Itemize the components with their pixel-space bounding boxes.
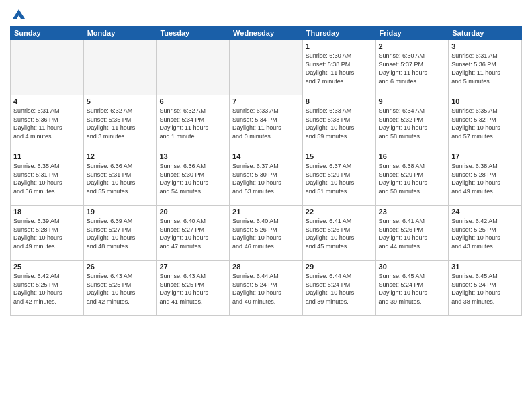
day-number: 28 bbox=[232, 263, 300, 271]
calendar-cell: 8Sunrise: 6:33 AM Sunset: 5:33 PM Daylig… bbox=[302, 95, 375, 150]
day-number: 7 bbox=[232, 97, 300, 105]
day-number: 17 bbox=[451, 152, 519, 161]
day-info: Sunrise: 6:38 AM Sunset: 5:29 PM Dayligh… bbox=[379, 162, 446, 195]
calendar-cell: 30Sunrise: 6:45 AM Sunset: 5:24 PM Dayli… bbox=[375, 261, 449, 316]
day-info: Sunrise: 6:45 AM Sunset: 5:24 PM Dayligh… bbox=[379, 272, 446, 306]
day-info: Sunrise: 6:33 AM Sunset: 5:34 PM Dayligh… bbox=[232, 107, 300, 140]
calendar-cell: 25Sunrise: 6:42 AM Sunset: 5:25 PM Dayli… bbox=[11, 261, 84, 316]
day-number: 1 bbox=[306, 42, 373, 50]
day-info: Sunrise: 6:37 AM Sunset: 5:30 PM Dayligh… bbox=[232, 162, 300, 195]
calendar-cell: 9Sunrise: 6:34 AM Sunset: 5:32 PM Daylig… bbox=[375, 95, 449, 150]
calendar-cell: 11Sunrise: 6:35 AM Sunset: 5:31 PM Dayli… bbox=[11, 150, 84, 205]
logo-icon bbox=[11, 7, 26, 21]
weekday-header: Tuesday bbox=[157, 26, 230, 40]
day-info: Sunrise: 6:44 AM Sunset: 5:24 PM Dayligh… bbox=[232, 272, 300, 306]
calendar-cell: 27Sunrise: 6:43 AM Sunset: 5:25 PM Dayli… bbox=[157, 261, 230, 316]
calendar-cell bbox=[157, 40, 230, 95]
weekday-header: Wednesday bbox=[230, 26, 303, 40]
day-number: 27 bbox=[159, 263, 226, 271]
day-number: 29 bbox=[306, 263, 373, 271]
day-info: Sunrise: 6:34 AM Sunset: 5:32 PM Dayligh… bbox=[379, 107, 446, 140]
calendar-cell bbox=[83, 40, 157, 95]
calendar-cell: 13Sunrise: 6:36 AM Sunset: 5:30 PM Dayli… bbox=[157, 150, 230, 205]
day-number: 5 bbox=[87, 97, 154, 105]
calendar-cell: 5Sunrise: 6:32 AM Sunset: 5:35 PM Daylig… bbox=[83, 95, 157, 150]
calendar-week-row: 4Sunrise: 6:31 AM Sunset: 5:36 PM Daylig… bbox=[11, 95, 522, 150]
day-info: Sunrise: 6:41 AM Sunset: 5:26 PM Dayligh… bbox=[306, 217, 373, 250]
weekday-header: Sunday bbox=[11, 26, 84, 40]
day-number: 6 bbox=[159, 97, 226, 105]
day-number: 21 bbox=[232, 208, 300, 216]
weekday-header: Friday bbox=[375, 26, 449, 40]
weekday-header: Monday bbox=[83, 26, 157, 40]
calendar-cell: 31Sunrise: 6:45 AM Sunset: 5:24 PM Dayli… bbox=[449, 261, 522, 316]
calendar-cell: 14Sunrise: 6:37 AM Sunset: 5:30 PM Dayli… bbox=[230, 150, 303, 205]
day-number: 16 bbox=[379, 152, 446, 161]
day-number: 19 bbox=[87, 208, 154, 216]
calendar-cell: 21Sunrise: 6:40 AM Sunset: 5:26 PM Dayli… bbox=[230, 205, 303, 261]
calendar-cell: 22Sunrise: 6:41 AM Sunset: 5:26 PM Dayli… bbox=[302, 205, 375, 261]
day-info: Sunrise: 6:36 AM Sunset: 5:30 PM Dayligh… bbox=[159, 162, 226, 195]
calendar-cell: 2Sunrise: 6:30 AM Sunset: 5:37 PM Daylig… bbox=[375, 40, 449, 95]
calendar-cell: 12Sunrise: 6:36 AM Sunset: 5:31 PM Dayli… bbox=[83, 150, 157, 205]
calendar-cell: 7Sunrise: 6:33 AM Sunset: 5:34 PM Daylig… bbox=[230, 95, 303, 150]
day-info: Sunrise: 6:39 AM Sunset: 5:27 PM Dayligh… bbox=[87, 217, 154, 250]
calendar-cell: 6Sunrise: 6:32 AM Sunset: 5:34 PM Daylig… bbox=[157, 95, 230, 150]
day-number: 26 bbox=[87, 263, 154, 271]
calendar-week-row: 1Sunrise: 6:30 AM Sunset: 5:38 PM Daylig… bbox=[11, 40, 522, 95]
day-number: 15 bbox=[306, 152, 373, 161]
calendar-cell: 24Sunrise: 6:42 AM Sunset: 5:25 PM Dayli… bbox=[449, 205, 522, 261]
day-info: Sunrise: 6:32 AM Sunset: 5:35 PM Dayligh… bbox=[87, 107, 154, 140]
day-number: 18 bbox=[13, 208, 81, 216]
day-number: 10 bbox=[451, 97, 519, 105]
day-number: 22 bbox=[306, 208, 373, 216]
logo bbox=[10, 7, 26, 21]
calendar-cell: 17Sunrise: 6:38 AM Sunset: 5:28 PM Dayli… bbox=[449, 150, 522, 205]
day-number: 14 bbox=[232, 152, 300, 161]
day-number: 9 bbox=[379, 97, 446, 105]
calendar-cell: 16Sunrise: 6:38 AM Sunset: 5:29 PM Dayli… bbox=[375, 150, 449, 205]
calendar-cell: 29Sunrise: 6:44 AM Sunset: 5:24 PM Dayli… bbox=[302, 261, 375, 316]
day-info: Sunrise: 6:39 AM Sunset: 5:28 PM Dayligh… bbox=[13, 217, 81, 250]
calendar-week-row: 18Sunrise: 6:39 AM Sunset: 5:28 PM Dayli… bbox=[11, 205, 522, 261]
calendar-cell: 18Sunrise: 6:39 AM Sunset: 5:28 PM Dayli… bbox=[11, 205, 84, 261]
calendar-cell: 10Sunrise: 6:35 AM Sunset: 5:32 PM Dayli… bbox=[449, 95, 522, 150]
day-number: 3 bbox=[451, 42, 519, 50]
day-info: Sunrise: 6:36 AM Sunset: 5:31 PM Dayligh… bbox=[87, 162, 154, 195]
weekday-header: Saturday bbox=[449, 26, 522, 40]
page: SundayMondayTuesdayWednesdayThursdayFrid… bbox=[0, 0, 532, 411]
day-number: 24 bbox=[451, 208, 519, 216]
calendar-cell: 15Sunrise: 6:37 AM Sunset: 5:29 PM Dayli… bbox=[302, 150, 375, 205]
calendar-header-row: SundayMondayTuesdayWednesdayThursdayFrid… bbox=[11, 26, 522, 40]
day-info: Sunrise: 6:42 AM Sunset: 5:25 PM Dayligh… bbox=[451, 217, 519, 250]
day-info: Sunrise: 6:43 AM Sunset: 5:25 PM Dayligh… bbox=[159, 272, 226, 306]
calendar-cell: 3Sunrise: 6:31 AM Sunset: 5:36 PM Daylig… bbox=[449, 40, 522, 95]
day-info: Sunrise: 6:37 AM Sunset: 5:29 PM Dayligh… bbox=[306, 162, 373, 195]
day-info: Sunrise: 6:35 AM Sunset: 5:32 PM Dayligh… bbox=[451, 107, 519, 140]
calendar-cell: 28Sunrise: 6:44 AM Sunset: 5:24 PM Dayli… bbox=[230, 261, 303, 316]
calendar-cell: 19Sunrise: 6:39 AM Sunset: 5:27 PM Dayli… bbox=[83, 205, 157, 261]
calendar-table: SundayMondayTuesdayWednesdayThursdayFrid… bbox=[10, 26, 522, 316]
day-info: Sunrise: 6:40 AM Sunset: 5:27 PM Dayligh… bbox=[159, 217, 226, 250]
day-number: 11 bbox=[13, 152, 81, 161]
day-number: 4 bbox=[13, 97, 81, 105]
day-info: Sunrise: 6:45 AM Sunset: 5:24 PM Dayligh… bbox=[451, 272, 519, 306]
day-info: Sunrise: 6:44 AM Sunset: 5:24 PM Dayligh… bbox=[306, 272, 373, 306]
calendar-cell bbox=[11, 40, 84, 95]
day-info: Sunrise: 6:42 AM Sunset: 5:25 PM Dayligh… bbox=[13, 272, 81, 306]
day-number: 12 bbox=[87, 152, 154, 161]
day-info: Sunrise: 6:30 AM Sunset: 5:38 PM Dayligh… bbox=[306, 52, 373, 85]
day-info: Sunrise: 6:41 AM Sunset: 5:26 PM Dayligh… bbox=[379, 217, 446, 250]
calendar-cell: 4Sunrise: 6:31 AM Sunset: 5:36 PM Daylig… bbox=[11, 95, 84, 150]
day-number: 31 bbox=[451, 263, 519, 271]
calendar-cell: 1Sunrise: 6:30 AM Sunset: 5:38 PM Daylig… bbox=[302, 40, 375, 95]
day-info: Sunrise: 6:40 AM Sunset: 5:26 PM Dayligh… bbox=[232, 217, 300, 250]
day-info: Sunrise: 6:31 AM Sunset: 5:36 PM Dayligh… bbox=[451, 52, 519, 85]
day-info: Sunrise: 6:38 AM Sunset: 5:28 PM Dayligh… bbox=[451, 162, 519, 195]
calendar-week-row: 11Sunrise: 6:35 AM Sunset: 5:31 PM Dayli… bbox=[11, 150, 522, 205]
day-info: Sunrise: 6:33 AM Sunset: 5:33 PM Dayligh… bbox=[306, 107, 373, 140]
day-info: Sunrise: 6:35 AM Sunset: 5:31 PM Dayligh… bbox=[13, 162, 81, 195]
weekday-header: Thursday bbox=[302, 26, 375, 40]
day-info: Sunrise: 6:30 AM Sunset: 5:37 PM Dayligh… bbox=[379, 52, 446, 85]
day-number: 20 bbox=[159, 208, 226, 216]
